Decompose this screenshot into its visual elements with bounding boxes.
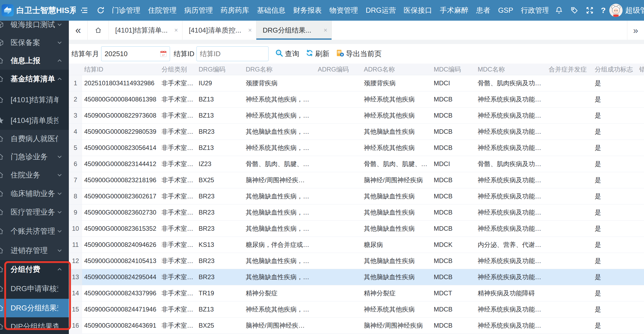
tab-close-icon[interactable]: ×	[324, 26, 327, 34]
tabs-overflow-icon[interactable]: »	[627, 21, 644, 40]
table-cell: 450900G0000823218196	[82, 176, 159, 184]
table-row[interactable]: 13450900G0000824295044非手术室…BR23其他脑缺血性疾病，…	[69, 269, 644, 285]
house-icon	[0, 247, 5, 255]
table-cell: 神经系统其他疾病，…	[244, 111, 316, 120]
export-page-button[interactable]: 导出当前页	[336, 49, 382, 59]
user-avatar[interactable]	[609, 4, 623, 17]
table-row[interactable]: 14450900G0000824337996非手术室…TR19精神分裂症精神分裂…	[69, 285, 644, 301]
table-row[interactable]: 5450900G0000823056414非手术室…BZ13神经系统其他疾病，……	[69, 140, 644, 156]
table-cell: 其他脑缺血性疾病，…	[244, 273, 316, 281]
table-row[interactable]: 15450900G0000824471946非手术室…BZ13神经系统其他疾病，…	[69, 301, 644, 318]
table-cell: 脑神经/周围神经疾…	[244, 176, 316, 184]
page-refresh-icon[interactable]	[96, 6, 105, 15]
topnav-item-10[interactable]: 患者	[476, 6, 490, 15]
calendar-icon[interactable]: 17	[159, 50, 167, 59]
tab-close-icon[interactable]: ×	[248, 26, 252, 34]
table-cell: 神经系统疾病及功能…	[476, 224, 547, 233]
table-cell: 神经系统疾病及功能…	[476, 176, 547, 184]
fullscreen-icon[interactable]	[585, 6, 594, 15]
house-icon	[0, 57, 5, 65]
topnav-item-9[interactable]: 手术麻醉	[440, 6, 468, 15]
table-row[interactable]: 3450900G0000822973608非手术室…BZ13神经系统其他疾病，……	[69, 108, 644, 124]
sidebar-fold-icon[interactable]	[79, 6, 88, 15]
topnav-item-1[interactable]: 住院管理	[148, 6, 177, 15]
topnav-item-2[interactable]: 病历管理	[184, 6, 213, 15]
home-tab-icon[interactable]	[87, 21, 109, 40]
table-cell: 糖尿病	[362, 241, 432, 249]
table-cell: 非手术室…	[159, 305, 196, 314]
table-cell: 神经系统疾病及功能…	[476, 321, 547, 330]
topnav-item-6[interactable]: 物资管理	[329, 6, 358, 15]
table-cell: BZ13	[196, 96, 244, 103]
sidebar-item-4[interactable]: [4101]结算清单...	[0, 88, 69, 111]
table-cell: 神经系统其他疾病	[362, 144, 432, 152]
topnav-item-4[interactable]: 基础信息	[257, 6, 285, 15]
notifications-bell-icon[interactable]	[555, 6, 563, 15]
table-row[interactable]: 16450900G0000824643691非手术室…BX25脑神经/周围神经疾…	[69, 318, 644, 334]
table-row[interactable]: 12450900G0000824105413非手术室…BR23其他脑缺血性疾病，…	[69, 253, 644, 269]
column-header-8: MDC名称	[476, 65, 547, 74]
table-row[interactable]: 4450900G0000822980539非手术室…BR23其他脑缺血性疾病，……	[69, 124, 644, 140]
topnav-item-3[interactable]: 药房药库	[221, 6, 249, 15]
table-row[interactable]: 120251018034114932986非手术室…IU29颈腰背疾病颈腰背疾病…	[69, 75, 644, 91]
table-row[interactable]: 9450900G0000823602730非手术室…BR23其他脑缺血性疾病，……	[69, 204, 644, 221]
tab-close-icon[interactable]: ×	[174, 26, 178, 34]
sidebar-item-8[interactable]: 住院业务	[0, 166, 69, 184]
sidebar-item-13[interactable]: 分组付费	[0, 260, 69, 279]
tabs-collapse-icon[interactable]: «	[69, 21, 87, 40]
sidebar-item-3[interactable]: 基金结算清单	[0, 70, 69, 88]
table-row[interactable]: 11450900G0000824094626非手术室…KS13糖尿病，伴合并症或…	[69, 237, 644, 253]
topnav-item-12[interactable]: 行政管理	[521, 6, 548, 15]
sidebar-item-label: 基金结算清单	[11, 74, 55, 84]
username-label[interactable]: 超级管理员	[625, 5, 644, 15]
sidebar-item-16[interactable]: DIP分组结果查询	[0, 317, 69, 334]
topnav-item-0[interactable]: 门诊管理	[112, 6, 140, 15]
sidebar-item-6[interactable]: 自费病人就医信息	[0, 130, 69, 148]
tab-0[interactable]: [4101]结算清单...×	[109, 21, 182, 40]
sidebar-item-1[interactable]: 医保备案	[0, 34, 69, 52]
settle-id-input[interactable]	[196, 46, 269, 61]
sidebar-item-2[interactable]: 信息上报	[0, 52, 69, 70]
topnav-item-11[interactable]: GSP	[498, 6, 513, 15]
sidebar-item-9[interactable]: 临床辅助业务	[0, 184, 69, 203]
sidebar-item-label: [4104]清单质控...	[11, 115, 58, 126]
sidebar-item-label: 门急诊业务	[11, 152, 48, 162]
topnav-item-5[interactable]: 财务报表	[293, 6, 322, 15]
table-cell: 精神分裂症	[362, 289, 432, 297]
table-cell: 非手术室…	[159, 144, 196, 152]
sidebar-item-label: 个账共济管理	[11, 226, 55, 236]
table-cell: 非手术室…	[159, 241, 196, 249]
sidebar-item-11[interactable]: 个账共济管理	[0, 221, 69, 241]
table-cell: 450900G0000822973608	[82, 112, 159, 119]
tab-1[interactable]: [4104]清单质控...×	[182, 21, 256, 40]
help-icon[interactable]: ?	[601, 6, 606, 15]
sidebar-item-7[interactable]: 门急诊业务	[0, 148, 69, 166]
sidebar-item-5[interactable]: [4104]清单质控...	[0, 111, 69, 130]
sidebar-item-0[interactable]: 银海接口测试	[0, 21, 69, 34]
table-cell: BR23	[196, 193, 244, 200]
top-navbar: 白卫士智慧HIS系统 门诊管理住院管理病历管理药房药库基础信息财务报表物资管理D…	[0, 0, 644, 21]
box-icon	[0, 21, 5, 29]
table-row[interactable]: 7450900G0000823218196非手术室…BX25脑神经/周围神经疾……	[69, 172, 644, 188]
tab-2[interactable]: DRG分组结果...×	[256, 21, 332, 40]
refresh-button[interactable]: 刷新	[306, 49, 329, 59]
table-cell: 骨骼、肌肉疾病及功…	[476, 160, 547, 168]
topnav-item-7[interactable]: DRG运营	[366, 6, 396, 15]
table-cell: 是	[593, 160, 637, 168]
sidebar-item-14[interactable]: DRG申请审核查询	[0, 279, 69, 299]
topnav-item-8[interactable]: 医保接口	[404, 6, 432, 15]
sidebar-item-12[interactable]: 进销存管理	[0, 241, 69, 260]
table-row[interactable]: 2450800G0000840861398非手术室…BZ13神经系统其他疾病，……	[69, 91, 644, 108]
query-button[interactable]: 查询	[275, 49, 299, 59]
table-row[interactable]: 6450900G0000823144412非手术室…IZ23骨骼、肌肉、肌腱、……	[69, 156, 644, 172]
table-row[interactable]: 8450900G0000823602617非手术室…BR23其他脑缺血性疾病，……	[69, 188, 644, 204]
tag-icon[interactable]	[570, 6, 579, 15]
settle-month-field-wrap: 17	[101, 46, 170, 61]
query-toolbar: 结算年月 17 结算ID	[69, 44, 644, 64]
sidebar-item-10[interactable]: 医疗管理业务	[0, 203, 69, 221]
table-cell: MDCB	[432, 144, 476, 152]
table-row[interactable]: 10450900G0000823615352非手术室…BR23其他脑缺血性疾病，…	[69, 221, 644, 237]
row-number-cell: 16	[69, 318, 82, 333]
table-cell: 颈腰背疾病	[244, 79, 316, 87]
sidebar-item-15[interactable]: DRG分组结果查询	[0, 299, 69, 317]
